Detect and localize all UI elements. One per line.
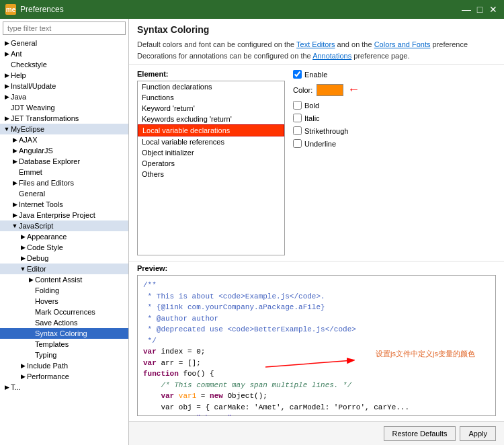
sidebar-item-label: Include Path (27, 362, 68, 370)
sidebar-item-appearance[interactable]: ▶Appearance (0, 231, 128, 242)
code-line: /* This comment may span multiple lines.… (143, 380, 490, 391)
sidebar-item-internet_tools[interactable]: ▶Internet Tools (0, 199, 128, 210)
sidebar-item-install_update[interactable]: ▶Install/Update (0, 81, 128, 91)
expand-arrow-icon: ▶ (3, 71, 11, 79)
bold-row: Bold (293, 101, 427, 110)
underline-row: Underline (293, 139, 427, 148)
sidebar-item-java_enterprise[interactable]: ▶Java Enterprise Project (0, 210, 128, 220)
sidebar-item-hovers[interactable]: Hovers (0, 296, 128, 307)
preview-section: Preview: 设置js文件中定义js变量的颜色 /** * This is … (129, 261, 504, 421)
sidebar-item-t_item[interactable]: ▶T... (0, 382, 128, 393)
underline-checkbox[interactable] (293, 139, 302, 148)
list-item[interactable]: Functions (138, 92, 284, 103)
strikethrough-checkbox[interactable] (293, 126, 302, 135)
sidebar-item-jet_transformations[interactable]: ▶JET Transformations (0, 113, 128, 124)
sidebar-item-ant[interactable]: ▶Ant (0, 48, 128, 59)
apply-button[interactable]: Apply (460, 426, 496, 441)
close-button[interactable]: ✕ (488, 4, 499, 15)
preview-label: Preview: (137, 264, 496, 272)
sidebar-item-myeclipse[interactable]: ▼MyEclipse (0, 124, 128, 134)
sidebar-item-code_style[interactable]: ▶Code Style (0, 242, 128, 253)
strikethrough-label[interactable]: Strikethrough (304, 127, 348, 135)
sidebar: ▶General▶AntCheckstyle▶Help▶Install/Upda… (0, 19, 129, 445)
italic-label[interactable]: Italic (304, 114, 320, 122)
sidebar-item-java[interactable]: ▶Java (0, 91, 128, 102)
sidebar-item-label: Help (11, 71, 26, 79)
sidebar-item-label: AJAX (19, 136, 38, 144)
expand-arrow-icon: ▶ (3, 383, 11, 391)
expand-arrow-icon: ▶ (11, 200, 19, 208)
sidebar-item-label: Debug (27, 254, 48, 262)
sidebar-item-database_explorer[interactable]: ▶Database Explorer (0, 156, 128, 167)
maximize-button[interactable]: □ (474, 4, 485, 15)
bold-label[interactable]: Bold (304, 102, 319, 110)
expand-arrow-icon: ▼ (19, 265, 27, 273)
element-list[interactable]: Function declarationsFunctionsKeyword 'r… (137, 81, 285, 255)
sidebar-item-folding[interactable]: Folding (0, 285, 128, 296)
preview-box: 设置js文件中定义js变量的颜色 /** * This is about <co… (137, 275, 496, 416)
list-item[interactable]: Keywords excluding 'return' (138, 114, 284, 124)
sidebar-item-typing[interactable]: Typing (0, 350, 128, 360)
expand-arrow-icon (27, 329, 35, 337)
list-item[interactable]: Object initializer (138, 147, 284, 158)
expand-arrow-icon: ▶ (19, 372, 27, 380)
sidebar-item-label: Files and Editors (19, 179, 74, 187)
sidebar-item-label: Install/Update (11, 82, 56, 90)
sidebar-item-files_and_editors[interactable]: ▶Files and Editors (0, 177, 128, 188)
sidebar-item-performance[interactable]: ▶Performance (0, 371, 128, 382)
sidebar-item-checkstyle[interactable]: Checkstyle (0, 59, 128, 70)
sidebar-item-angularjs[interactable]: ▶AngularJS (0, 145, 128, 156)
list-item[interactable]: Function declarations (138, 81, 284, 92)
minimize-button[interactable]: — (461, 4, 472, 15)
sidebar-item-general2[interactable]: General (0, 188, 128, 199)
enable-label[interactable]: Enable (304, 71, 327, 79)
color-swatch[interactable] (317, 84, 343, 96)
list-item[interactable]: Operators (138, 158, 284, 169)
sidebar-item-jdt_weaving[interactable]: JDT Weaving (0, 102, 128, 113)
sidebar-item-label: Java (11, 93, 26, 101)
filter-input[interactable] (3, 22, 126, 35)
sidebar-item-content_assist[interactable]: ▶Content Assist (0, 274, 128, 285)
window-title: Preferences (20, 5, 64, 14)
sidebar-item-emmet[interactable]: Emmet (0, 167, 128, 177)
expand-arrow-icon: ▶ (3, 114, 11, 122)
sidebar-item-label: Save Actions (35, 319, 78, 327)
sidebar-item-editor[interactable]: ▼Editor (0, 264, 128, 274)
underline-label[interactable]: Underline (304, 140, 336, 148)
expand-arrow-icon: ▶ (19, 233, 27, 241)
color-arrow-icon: ← (347, 83, 360, 97)
sidebar-item-javascript[interactable]: ▼JavaScript (0, 220, 128, 231)
bottom-bar: Restore Defaults Apply (129, 421, 504, 445)
sidebar-item-label: Content Assist (35, 276, 82, 284)
list-item[interactable]: Others (138, 169, 284, 179)
sidebar-item-label: Hovers (35, 297, 58, 305)
italic-row: Italic (293, 114, 427, 122)
sidebar-item-help[interactable]: ▶Help (0, 70, 128, 81)
color-label: Color: (293, 86, 312, 94)
expand-arrow-icon: ▶ (27, 276, 35, 284)
list-item[interactable]: Keyword 'return' (138, 103, 284, 114)
italic-checkbox[interactable] (293, 114, 302, 122)
text-editors-link[interactable]: Text Editors (296, 40, 335, 48)
restore-defaults-button[interactable]: Restore Defaults (384, 426, 456, 441)
sidebar-item-include_path[interactable]: ▶Include Path (0, 360, 128, 371)
desc-text-1: Default colors and font can be configure… (137, 40, 294, 48)
expand-arrow-icon: ▼ (11, 222, 19, 230)
list-item[interactable]: Local variable references (138, 136, 284, 147)
sidebar-item-ajax[interactable]: ▶AJAX (0, 134, 128, 145)
annotations-link[interactable]: Annotations (312, 52, 351, 60)
desc-text-2: and on the (337, 40, 372, 48)
sidebar-item-syntax_coloring[interactable]: Syntax Coloring (0, 328, 128, 339)
colors-fonts-link[interactable]: Colors and Fonts (374, 40, 431, 48)
sidebar-item-mark_occurrences[interactable]: Mark Occurrences (0, 307, 128, 317)
options-panel: Enable Color: ← Bold Italic Strike (293, 70, 427, 255)
enable-checkbox[interactable] (293, 70, 302, 79)
code-line: * @deprecated use <code>BetterExample.js… (143, 324, 490, 335)
expand-arrow-icon: ▶ (11, 157, 19, 165)
bold-checkbox[interactable] (293, 101, 302, 110)
sidebar-item-templates[interactable]: Templates (0, 339, 128, 350)
list-item[interactable]: Local variable declarations (138, 124, 284, 136)
sidebar-item-general[interactable]: ▶General (0, 38, 128, 48)
sidebar-item-debug[interactable]: ▶Debug (0, 253, 128, 264)
sidebar-item-save_actions[interactable]: Save Actions (0, 317, 128, 328)
